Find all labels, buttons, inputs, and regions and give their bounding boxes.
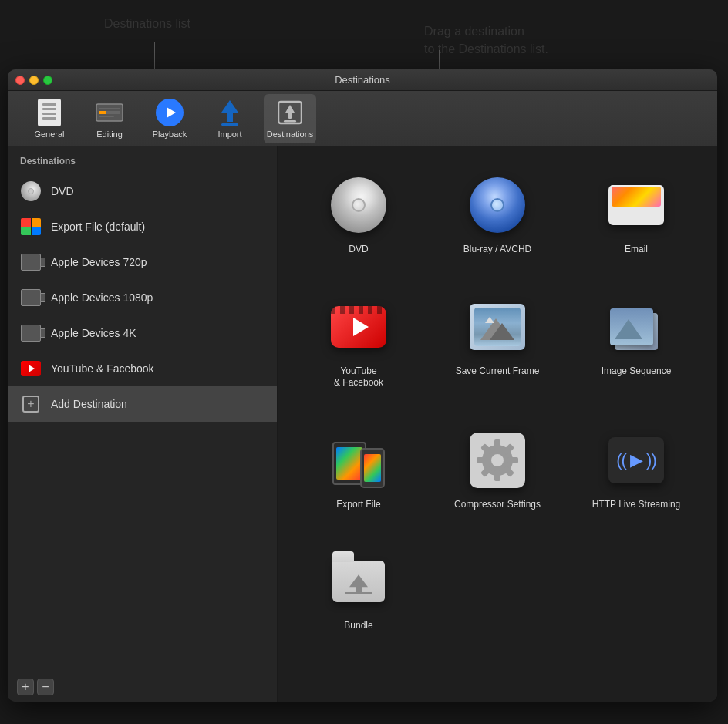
grid-item-label-save-frame: Save Current Frame bbox=[456, 365, 540, 378]
titlebar-title: Destinations bbox=[335, 74, 390, 86]
content-area: Destinations DVD Export File bbox=[8, 146, 717, 702]
grid-item-dvd[interactable]: DVD bbox=[293, 162, 424, 268]
sidebar-item-label-apple-720p: Apple Devices 720p bbox=[51, 256, 147, 268]
destinations-icon bbox=[276, 99, 304, 126]
sidebar-item-label-apple-1080p: Apple Devices 1080p bbox=[51, 291, 153, 304]
apple-device-720p-icon bbox=[20, 251, 42, 273]
grid-item-label-compressor: Compressor Settings bbox=[454, 499, 541, 511]
add-destination-icon: + bbox=[20, 393, 42, 415]
grid-item-label-youtube: YouTube& Facebook bbox=[334, 365, 383, 389]
grid-item-label-dvd: DVD bbox=[349, 244, 368, 256]
grid-item-hls[interactable]: (( ▶ )) HTTP Live Streaming bbox=[571, 417, 702, 524]
grid-item-image-sequence[interactable]: Image Sequence bbox=[571, 284, 702, 402]
toolbar: General Editing Playback bbox=[8, 91, 717, 146]
toolbar-item-import[interactable]: Import bbox=[204, 94, 256, 143]
sidebar: Destinations DVD Export File bbox=[8, 146, 278, 702]
grid-item-save-frame[interactable]: Save Current Frame bbox=[432, 284, 563, 402]
svg-marker-8 bbox=[285, 105, 295, 113]
toolbar-item-general[interactable]: General bbox=[23, 94, 76, 143]
sidebar-header: Destinations bbox=[8, 146, 277, 173]
toolbar-label-editing: Editing bbox=[96, 130, 123, 139]
sidebar-item-label-apple-4k: Apple Devices 4K bbox=[51, 327, 136, 339]
toolbar-label-playback: Playback bbox=[153, 130, 187, 139]
titlebar: Destinations bbox=[8, 69, 717, 91]
youtube-icon bbox=[20, 358, 42, 379]
grid-item-youtube[interactable]: YouTube& Facebook bbox=[293, 284, 424, 402]
sidebar-item-apple-4k[interactable]: Apple Devices 4K bbox=[8, 315, 277, 351]
sidebar-item-export-file[interactable]: Export File (default) bbox=[8, 209, 277, 244]
remove-button[interactable]: − bbox=[37, 679, 54, 695]
editing-icon bbox=[96, 99, 123, 126]
playback-icon bbox=[156, 99, 184, 126]
grid-email-icon bbox=[605, 174, 667, 236]
svg-marker-5 bbox=[221, 100, 238, 122]
sidebar-list: DVD Export File (default) bbox=[8, 173, 277, 672]
apple-device-1080p-icon bbox=[20, 287, 42, 308]
annotation-line-drag bbox=[439, 50, 440, 72]
grid-item-export-file[interactable]: Export File bbox=[293, 417, 424, 524]
grid-bluray-icon bbox=[467, 174, 528, 236]
grid-item-bundle[interactable]: Bundle bbox=[293, 538, 424, 645]
annotation-line-destinations bbox=[154, 42, 155, 72]
svg-rect-14 bbox=[494, 470, 501, 481]
grid-youtube-icon bbox=[328, 296, 389, 358]
grid-hls-icon: (( ▶ )) bbox=[605, 429, 667, 491]
grid-dvd-icon bbox=[328, 174, 389, 236]
close-button[interactable] bbox=[15, 76, 25, 85]
svg-rect-6 bbox=[221, 123, 238, 126]
grid-item-label-bundle: Bundle bbox=[344, 620, 372, 632]
toolbar-label-import: Import bbox=[217, 130, 241, 139]
grid-container: DVD Blu-ray / AVCHD Email bbox=[293, 162, 702, 645]
sidebar-item-label-add: Add Destination bbox=[51, 398, 127, 410]
maximize-button[interactable] bbox=[43, 76, 52, 85]
grid-item-bluray[interactable]: Blu-ray / AVCHD bbox=[432, 162, 563, 268]
grid-save-frame-icon bbox=[467, 296, 528, 358]
svg-rect-4 bbox=[99, 108, 120, 109]
svg-rect-10 bbox=[284, 120, 296, 123]
grid-image-sequence-icon bbox=[605, 296, 667, 358]
sidebar-item-label-dvd: DVD bbox=[51, 185, 74, 197]
svg-rect-15 bbox=[477, 457, 487, 463]
destinations-list-annotation: Destinations list bbox=[104, 15, 190, 32]
toolbar-item-playback[interactable]: Playback bbox=[143, 94, 196, 143]
sidebar-item-apple-720p[interactable]: Apple Devices 720p bbox=[8, 244, 277, 280]
svg-rect-9 bbox=[288, 113, 292, 119]
sidebar-footer: + − bbox=[8, 672, 277, 702]
general-icon bbox=[35, 99, 63, 126]
toolbar-item-editing[interactable]: Editing bbox=[83, 94, 136, 143]
svg-rect-16 bbox=[507, 457, 518, 463]
svg-rect-2 bbox=[99, 111, 106, 114]
svg-rect-3 bbox=[99, 116, 114, 117]
export-file-icon bbox=[20, 216, 42, 237]
grid-export-file-icon bbox=[328, 429, 389, 491]
main-grid: DVD Blu-ray / AVCHD Email bbox=[278, 146, 717, 702]
svg-point-12 bbox=[491, 454, 504, 466]
svg-rect-13 bbox=[494, 439, 501, 450]
grid-compressor-icon bbox=[467, 429, 528, 491]
grid-bundle-icon bbox=[328, 551, 389, 612]
grid-item-compressor[interactable]: Compressor Settings bbox=[432, 417, 563, 524]
toolbar-label-destinations: Destinations bbox=[267, 130, 314, 139]
grid-item-label-export-file: Export File bbox=[336, 499, 380, 511]
grid-item-label-bluray: Blu-ray / AVCHD bbox=[463, 244, 531, 256]
traffic-lights bbox=[15, 76, 52, 85]
sidebar-item-add-destination[interactable]: + Add Destination bbox=[8, 386, 277, 422]
sidebar-item-youtube[interactable]: YouTube & Facebook bbox=[8, 351, 277, 386]
add-button[interactable]: + bbox=[17, 679, 34, 695]
sidebar-item-label-export-file: Export File (default) bbox=[51, 221, 145, 233]
apple-device-4k-icon bbox=[20, 322, 42, 344]
sidebar-item-dvd[interactable]: DVD bbox=[8, 173, 277, 209]
dvd-icon bbox=[20, 180, 42, 202]
grid-item-label-email: Email bbox=[625, 244, 648, 256]
import-icon bbox=[216, 99, 244, 126]
sidebar-item-apple-1080p[interactable]: Apple Devices 1080p bbox=[8, 280, 277, 315]
grid-item-label-image-sequence: Image Sequence bbox=[602, 365, 672, 378]
toolbar-item-destinations[interactable]: Destinations bbox=[264, 94, 316, 143]
sidebar-item-label-youtube: YouTube & Facebook bbox=[51, 362, 154, 375]
minimize-button[interactable] bbox=[29, 76, 39, 85]
drag-instruction-annotation: Drag a destinationto the Destinations li… bbox=[424, 6, 548, 58]
grid-item-label-hls: HTTP Live Streaming bbox=[592, 499, 681, 511]
grid-item-email[interactable]: Email bbox=[571, 162, 702, 268]
main-window: Destinations General Editing bbox=[8, 69, 717, 702]
toolbar-label-general: General bbox=[34, 130, 64, 139]
